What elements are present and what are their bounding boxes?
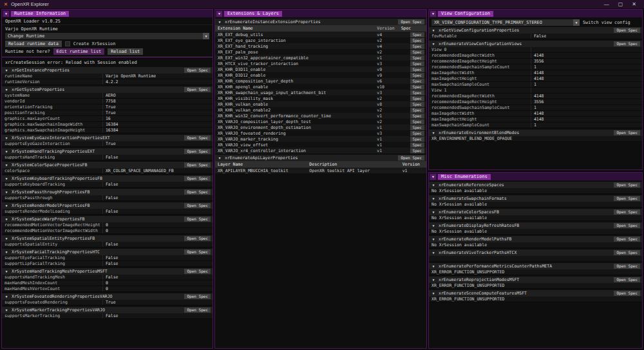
open-spec-button[interactable]: Open Spec bbox=[184, 87, 211, 92]
collapse-icon[interactable]: ▼ bbox=[4, 177, 9, 180]
section-header: ▼xrEnumeratePerformanceMetricsCounterPat… bbox=[429, 263, 642, 269]
column-spec: Spec bbox=[401, 26, 426, 31]
collapse-icon[interactable]: ▼ bbox=[4, 190, 9, 194]
spec-button[interactable]: Spec bbox=[410, 90, 424, 95]
section-header: ▼XrSystemFoveatedRenderingPropertiesVARJ… bbox=[2, 293, 213, 300]
spec-button[interactable]: Spec bbox=[410, 32, 424, 37]
minimize-button[interactable]: — bbox=[604, 1, 609, 7]
spec-button[interactable]: Spec bbox=[410, 79, 424, 84]
section-title: xrEnumerateColorSpacesFB bbox=[439, 209, 611, 215]
collapse-icon[interactable]: ▼ bbox=[3, 11, 9, 17]
spec-button[interactable]: Spec bbox=[410, 84, 424, 90]
collapse-icon[interactable]: ▼ bbox=[4, 250, 9, 254]
collapse-icon[interactable]: ▼ bbox=[431, 210, 436, 214]
close-button[interactable]: ✕ bbox=[632, 1, 636, 7]
spec-button[interactable]: Spec bbox=[410, 102, 424, 107]
collapse-icon[interactable]: ▼ bbox=[431, 291, 436, 295]
spec-button[interactable]: Spec bbox=[410, 73, 424, 78]
open-spec-button[interactable]: Open Spec bbox=[184, 190, 211, 195]
open-spec-button[interactable]: Open Spec bbox=[398, 155, 424, 160]
collapse-icon[interactable]: ▼ bbox=[4, 269, 9, 273]
collapse-icon[interactable]: ▼ bbox=[431, 197, 436, 200]
collapse-icon[interactable]: ▼ bbox=[4, 150, 9, 153]
collapse-icon[interactable]: ▼ bbox=[4, 163, 9, 167]
open-spec-button[interactable]: Open Spec bbox=[184, 203, 211, 208]
collapse-icon[interactable]: ▼ bbox=[216, 11, 222, 17]
reload-runtime-data-button[interactable]: Reload runtime data bbox=[5, 41, 62, 47]
open-spec-button[interactable]: Open Spec bbox=[614, 130, 640, 135]
edit-runtime-list-button[interactable]: Edit runtime list bbox=[53, 48, 105, 55]
open-spec-button[interactable]: Open Spec bbox=[184, 269, 211, 274]
collapse-icon[interactable]: ▼ bbox=[430, 11, 436, 17]
change-runtime-dropdown[interactable]: Change Runtime ▼ bbox=[5, 33, 209, 39]
collapse-icon[interactable]: ▼ bbox=[4, 136, 9, 140]
view-config-dropdown[interactable]: XR_VIEW_CONFIGURATION_TYPE_PRIMARY_STERE… bbox=[431, 19, 580, 26]
spec-button[interactable]: Spec bbox=[410, 50, 424, 55]
open-spec-button[interactable]: Open Spec bbox=[614, 28, 640, 33]
spec-button[interactable]: Spec bbox=[410, 119, 424, 124]
spec-button[interactable]: Spec bbox=[410, 113, 424, 119]
open-spec-button[interactable]: Open Spec bbox=[184, 294, 211, 299]
open-spec-button[interactable]: Open Spec bbox=[614, 223, 640, 228]
collapse-icon[interactable]: ▼ bbox=[4, 68, 9, 72]
collapse-icon[interactable]: ▼ bbox=[4, 237, 9, 240]
spec-button[interactable]: Spec bbox=[410, 55, 424, 61]
create-xrsession-checkbox[interactable] bbox=[65, 41, 70, 46]
collapse-icon[interactable]: ▼ bbox=[431, 264, 436, 268]
open-spec-button[interactable]: Open Spec bbox=[184, 236, 211, 241]
open-spec-button[interactable]: Open Spec bbox=[614, 250, 640, 255]
open-spec-button[interactable]: Open Spec bbox=[184, 249, 211, 255]
spec-button[interactable]: Spec bbox=[410, 131, 424, 136]
collapse-icon[interactable]: ▼ bbox=[431, 278, 436, 282]
collapse-icon[interactable]: ▼ bbox=[4, 88, 9, 92]
collapse-icon[interactable]: ▼ bbox=[4, 217, 9, 221]
spec-button[interactable]: Spec bbox=[410, 67, 424, 72]
maximize-button[interactable]: ▢ bbox=[618, 1, 623, 7]
collapse-icon[interactable]: ▼ bbox=[217, 156, 222, 160]
open-spec-button[interactable]: Open Spec bbox=[614, 209, 640, 215]
open-spec-button[interactable]: Open Spec bbox=[184, 176, 211, 181]
open-spec-button[interactable]: Open Spec bbox=[614, 277, 640, 282]
open-spec-button[interactable]: Open Spec bbox=[184, 149, 211, 154]
open-spec-button[interactable]: Open Spec bbox=[398, 19, 424, 24]
collapse-icon[interactable]: ▼ bbox=[431, 42, 436, 46]
collapse-icon[interactable]: ▼ bbox=[430, 174, 436, 180]
spec-button[interactable]: Spec bbox=[410, 38, 424, 43]
collapse-icon[interactable]: ▼ bbox=[217, 20, 222, 24]
open-spec-button[interactable]: Open Spec bbox=[614, 264, 640, 269]
property-row: supportsHandTrackingFalse bbox=[2, 155, 213, 160]
collapse-icon[interactable]: ▼ bbox=[431, 251, 436, 255]
spec-button[interactable]: Spec bbox=[410, 125, 424, 130]
collapse-icon[interactable]: ▼ bbox=[4, 308, 9, 312]
property-row: recommendedImageRectHeight3556 bbox=[429, 59, 642, 64]
collapse-icon[interactable]: ▼ bbox=[4, 204, 9, 208]
property-name: colorSpace bbox=[2, 168, 103, 173]
window-title: OpenXR Explorer bbox=[11, 1, 49, 7]
open-spec-button[interactable]: Open Spec bbox=[614, 41, 640, 46]
open-spec-button[interactable]: Open Spec bbox=[614, 196, 640, 201]
property-row: orientationTrackingTrue bbox=[2, 104, 213, 110]
collapse-icon[interactable]: ▼ bbox=[431, 183, 436, 187]
open-spec-button[interactable]: Open Spec bbox=[184, 135, 211, 141]
spec-button[interactable]: Spec bbox=[410, 96, 424, 101]
collapse-icon[interactable]: ▼ bbox=[431, 237, 436, 241]
spec-button[interactable]: Spec bbox=[410, 44, 424, 49]
spec-button[interactable]: Spec bbox=[410, 148, 424, 153]
open-spec-button[interactable]: Open Spec bbox=[184, 68, 211, 73]
reload-list-button[interactable]: Reload list bbox=[108, 48, 143, 55]
open-spec-button[interactable]: Open Spec bbox=[614, 237, 640, 242]
collapse-icon[interactable]: ▼ bbox=[431, 224, 436, 228]
open-spec-button[interactable]: Open Spec bbox=[614, 291, 640, 296]
spec-button[interactable]: Spec bbox=[410, 142, 424, 148]
collapse-icon[interactable]: ▼ bbox=[431, 131, 436, 135]
spec-button[interactable]: Spec bbox=[410, 137, 424, 142]
spec-button[interactable]: Spec bbox=[410, 108, 424, 113]
property-row: supportsSpatialEntityFalse bbox=[2, 242, 213, 248]
collapse-icon[interactable]: ▼ bbox=[4, 295, 9, 298]
open-spec-button[interactable]: Open Spec bbox=[184, 307, 211, 313]
open-spec-button[interactable]: Open Spec bbox=[184, 162, 211, 168]
open-spec-button[interactable]: Open Spec bbox=[184, 217, 211, 222]
spec-button[interactable]: Spec bbox=[410, 61, 424, 66]
collapse-icon[interactable]: ▼ bbox=[431, 28, 436, 32]
open-spec-button[interactable]: Open Spec bbox=[614, 182, 640, 188]
